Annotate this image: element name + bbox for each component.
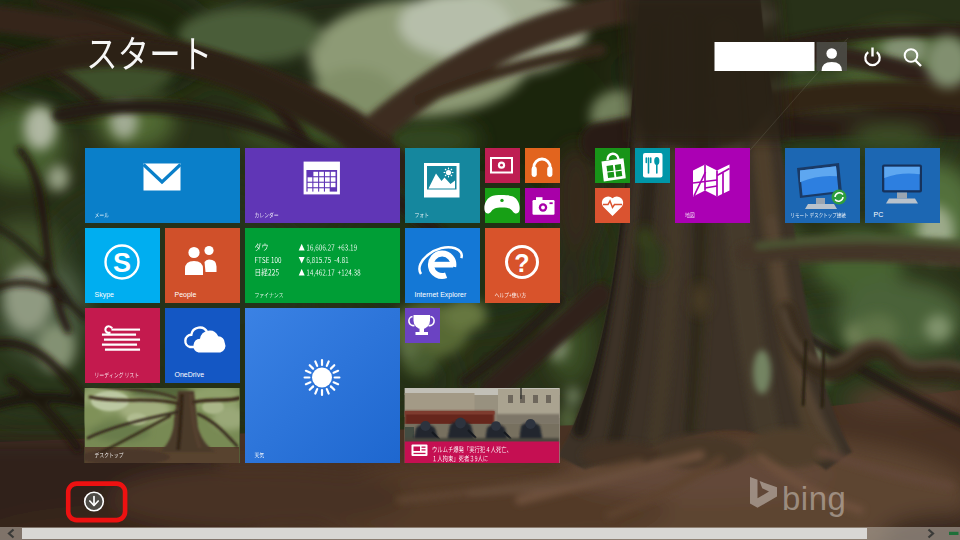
svg-text:S: S [113,248,131,278]
svg-text:bing: bing [782,480,846,517]
svg-text:?: ? [514,249,529,277]
